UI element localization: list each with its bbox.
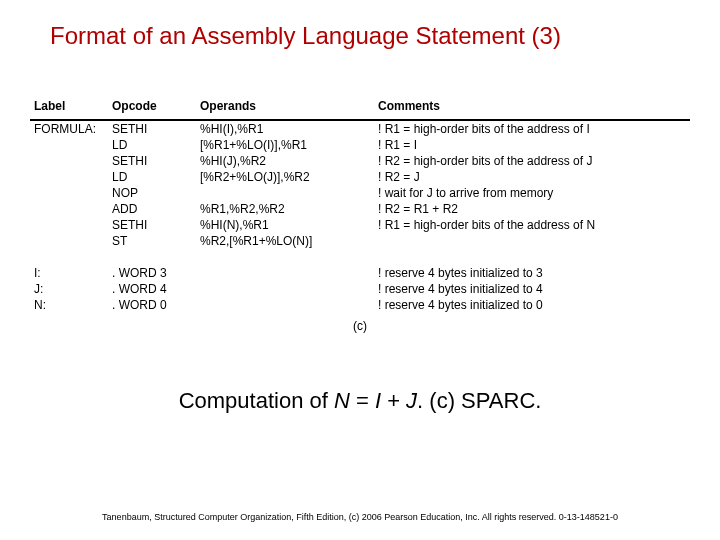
- cell-opcode: . WORD 4: [108, 281, 196, 297]
- cell-comment: ! R2 = R1 + R2: [374, 201, 690, 217]
- header-opcode: Opcode: [108, 95, 196, 120]
- cell-opcode: SETHI: [108, 120, 196, 137]
- cell-comment: ! reserve 4 bytes initialized to 0: [374, 297, 690, 313]
- cell-operands: %HI(J),%R2: [196, 153, 374, 169]
- cell-label: [30, 169, 108, 185]
- cell-comment: ! wait for J to arrive from memory: [374, 185, 690, 201]
- table-row: NOP ! wait for J to arrive from memory: [30, 185, 690, 201]
- cell-operands: %HI(I),%R1: [196, 120, 374, 137]
- cell-label: I:: [30, 265, 108, 281]
- cell-comment: ! R2 = high-order bits of the address of…: [374, 153, 690, 169]
- assembly-table: Label Opcode Operands Comments FORMULA: …: [30, 95, 690, 313]
- table-row: ADD %R1,%R2,%R2 ! R2 = R1 + R2: [30, 201, 690, 217]
- table-header-row: Label Opcode Operands Comments: [30, 95, 690, 120]
- cell-operands: [196, 297, 374, 313]
- cell-label: [30, 137, 108, 153]
- cell-operands: %R2,[%R1+%LO(N)]: [196, 233, 374, 249]
- cell-opcode: SETHI: [108, 217, 196, 233]
- cell-comment: ! R2 = J: [374, 169, 690, 185]
- cell-opcode: ADD: [108, 201, 196, 217]
- cell-opcode: . WORD 0: [108, 297, 196, 313]
- cell-label: [30, 233, 108, 249]
- cell-operands: [%R2+%LO(J)],%R2: [196, 169, 374, 185]
- cell-operands: %HI(N),%R1: [196, 217, 374, 233]
- cell-comment: ! R1 = I: [374, 137, 690, 153]
- cell-opcode: NOP: [108, 185, 196, 201]
- cell-opcode: LD: [108, 137, 196, 153]
- caption-plus: +: [381, 388, 406, 413]
- cell-opcode: ST: [108, 233, 196, 249]
- cell-comment: ! reserve 4 bytes initialized to 3: [374, 265, 690, 281]
- slide-caption: Computation of N = I + J. (c) SPARC.: [0, 388, 720, 414]
- cell-operands: [196, 185, 374, 201]
- table-row: SETHI %HI(J),%R2 ! R2 = high-order bits …: [30, 153, 690, 169]
- caption-var-j: J: [406, 388, 417, 413]
- cell-label: [30, 153, 108, 169]
- copyright-footer: Tanenbaum, Structured Computer Organizat…: [0, 512, 720, 522]
- table-row: I: . WORD 3 ! reserve 4 bytes initialize…: [30, 265, 690, 281]
- cell-comment: [374, 233, 690, 249]
- cell-label: J:: [30, 281, 108, 297]
- cell-label: [30, 201, 108, 217]
- cell-operands: [196, 265, 374, 281]
- figure-letter: (c): [30, 319, 690, 333]
- table-row: N: . WORD 0 ! reserve 4 bytes initialize…: [30, 297, 690, 313]
- cell-comment: ! R1 = high-order bits of the address of…: [374, 120, 690, 137]
- cell-opcode: . WORD 3: [108, 265, 196, 281]
- table-row: SETHI %HI(N),%R1 ! R1 = high-order bits …: [30, 217, 690, 233]
- slide-title: Format of an Assembly Language Statement…: [0, 0, 720, 50]
- cell-opcode: LD: [108, 169, 196, 185]
- table-row: J: . WORD 4 ! reserve 4 bytes initialize…: [30, 281, 690, 297]
- header-comments: Comments: [374, 95, 690, 120]
- assembly-table-wrap: Label Opcode Operands Comments FORMULA: …: [30, 95, 690, 333]
- table-spacer: [30, 249, 690, 265]
- header-label: Label: [30, 95, 108, 120]
- table-row: LD [%R1+%LO(I)],%R1 ! R1 = I: [30, 137, 690, 153]
- cell-label: [30, 217, 108, 233]
- cell-label: FORMULA:: [30, 120, 108, 137]
- cell-opcode: SETHI: [108, 153, 196, 169]
- cell-comment: ! R1 = high-order bits of the address of…: [374, 217, 690, 233]
- cell-label: N:: [30, 297, 108, 313]
- table-row: LD [%R2+%LO(J)],%R2 ! R2 = J: [30, 169, 690, 185]
- caption-post: . (c) SPARC.: [417, 388, 541, 413]
- cell-operands: [196, 281, 374, 297]
- cell-operands: %R1,%R2,%R2: [196, 201, 374, 217]
- header-operands: Operands: [196, 95, 374, 120]
- caption-pre: Computation of: [179, 388, 334, 413]
- caption-eq: =: [350, 388, 375, 413]
- cell-operands: [%R1+%LO(I)],%R1: [196, 137, 374, 153]
- table-row: ST %R2,[%R1+%LO(N)]: [30, 233, 690, 249]
- table-row: FORMULA: SETHI %HI(I),%R1 ! R1 = high-or…: [30, 120, 690, 137]
- cell-label: [30, 185, 108, 201]
- caption-var-n: N: [334, 388, 350, 413]
- cell-comment: ! reserve 4 bytes initialized to 4: [374, 281, 690, 297]
